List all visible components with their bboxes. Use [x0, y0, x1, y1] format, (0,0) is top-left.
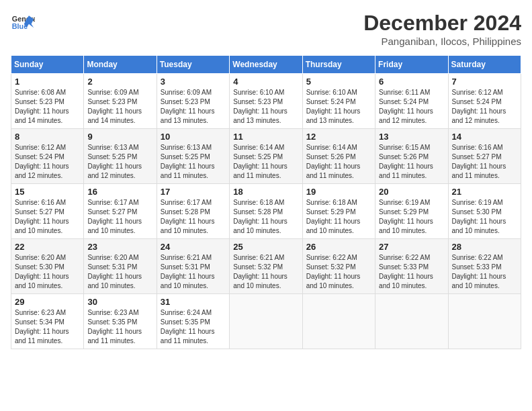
- day-number: 13: [379, 132, 444, 142]
- day-number: 1: [15, 77, 80, 87]
- day-number: 10: [161, 132, 226, 142]
- calendar-cell: 15Sunrise: 6:16 AMSunset: 5:27 PMDayligh…: [11, 184, 84, 239]
- title-section: December 2024 Panganiban, Ilocos, Philip…: [363, 11, 521, 47]
- logo: General Blue: [11, 11, 35, 35]
- calendar-row-week-4: 22Sunrise: 6:20 AMSunset: 5:30 PMDayligh…: [11, 239, 521, 294]
- calendar-cell: 3Sunrise: 6:09 AMSunset: 5:23 PMDaylight…: [157, 74, 229, 129]
- day-number: 16: [87, 187, 152, 197]
- day-info: Sunrise: 6:20 AMSunset: 5:30 PMDaylight:…: [15, 254, 69, 289]
- calendar-header-friday: Friday: [375, 56, 448, 74]
- calendar-cell: 5Sunrise: 6:10 AMSunset: 5:24 PMDaylight…: [302, 74, 375, 129]
- day-info: Sunrise: 6:15 AMSunset: 5:26 PMDaylight:…: [379, 144, 433, 179]
- day-info: Sunrise: 6:22 AMSunset: 5:32 PMDaylight:…: [306, 254, 361, 289]
- day-number: 7: [452, 77, 517, 87]
- day-info: Sunrise: 6:22 AMSunset: 5:33 PMDaylight:…: [452, 254, 506, 289]
- calendar-header-saturday: Saturday: [448, 56, 521, 74]
- day-number: 14: [452, 132, 517, 142]
- day-number: 22: [15, 242, 80, 252]
- calendar-cell: [302, 294, 375, 349]
- day-number: 17: [161, 187, 226, 197]
- day-number: 8: [15, 132, 80, 142]
- day-number: 6: [379, 77, 444, 87]
- day-info: Sunrise: 6:12 AMSunset: 5:24 PMDaylight:…: [15, 144, 69, 179]
- day-info: Sunrise: 6:21 AMSunset: 5:31 PMDaylight:…: [161, 254, 215, 289]
- calendar-cell: 24Sunrise: 6:21 AMSunset: 5:31 PMDayligh…: [157, 239, 229, 294]
- calendar-cell: [375, 294, 448, 349]
- day-info: Sunrise: 6:17 AMSunset: 5:28 PMDaylight:…: [161, 199, 215, 234]
- day-info: Sunrise: 6:17 AMSunset: 5:27 PMDaylight:…: [87, 199, 142, 234]
- day-info: Sunrise: 6:14 AMSunset: 5:26 PMDaylight:…: [306, 144, 361, 179]
- calendar-header-monday: Monday: [84, 56, 157, 74]
- day-info: Sunrise: 6:20 AMSunset: 5:31 PMDaylight:…: [87, 254, 142, 289]
- day-info: Sunrise: 6:24 AMSunset: 5:35 PMDaylight:…: [161, 309, 215, 345]
- calendar-cell: 17Sunrise: 6:17 AMSunset: 5:28 PMDayligh…: [157, 184, 229, 239]
- calendar-header-tuesday: Tuesday: [157, 56, 229, 74]
- day-info: Sunrise: 6:10 AMSunset: 5:24 PMDaylight:…: [306, 89, 361, 124]
- day-info: Sunrise: 6:16 AMSunset: 5:27 PMDaylight:…: [452, 144, 506, 179]
- calendar-cell: 28Sunrise: 6:22 AMSunset: 5:33 PMDayligh…: [448, 239, 521, 294]
- calendar-cell: 31Sunrise: 6:24 AMSunset: 5:35 PMDayligh…: [157, 294, 229, 349]
- day-number: 18: [233, 187, 298, 197]
- calendar-cell: [448, 294, 521, 349]
- day-info: Sunrise: 6:19 AMSunset: 5:29 PMDaylight:…: [379, 199, 433, 234]
- calendar-cell: 12Sunrise: 6:14 AMSunset: 5:26 PMDayligh…: [302, 129, 375, 184]
- day-number: 27: [379, 242, 444, 252]
- calendar-row-week-1: 1Sunrise: 6:08 AMSunset: 5:23 PMDaylight…: [11, 74, 521, 129]
- day-number: 29: [15, 297, 80, 307]
- calendar-cell: 23Sunrise: 6:20 AMSunset: 5:31 PMDayligh…: [84, 239, 157, 294]
- calendar-cell: 7Sunrise: 6:12 AMSunset: 5:24 PMDaylight…: [448, 74, 521, 129]
- calendar-cell: 8Sunrise: 6:12 AMSunset: 5:24 PMDaylight…: [11, 129, 84, 184]
- calendar-cell: 2Sunrise: 6:09 AMSunset: 5:23 PMDaylight…: [84, 74, 157, 129]
- calendar-cell: 22Sunrise: 6:20 AMSunset: 5:30 PMDayligh…: [11, 239, 84, 294]
- day-number: 23: [87, 242, 152, 252]
- calendar-cell: 18Sunrise: 6:18 AMSunset: 5:28 PMDayligh…: [230, 184, 302, 239]
- calendar-cell: 25Sunrise: 6:21 AMSunset: 5:32 PMDayligh…: [230, 239, 302, 294]
- calendar-cell: 30Sunrise: 6:23 AMSunset: 5:35 PMDayligh…: [84, 294, 157, 349]
- calendar-cell: 11Sunrise: 6:14 AMSunset: 5:25 PMDayligh…: [230, 129, 302, 184]
- day-number: 26: [306, 242, 371, 252]
- calendar-table: SundayMondayTuesdayWednesdayThursdayFrid…: [11, 55, 521, 349]
- day-info: Sunrise: 6:13 AMSunset: 5:25 PMDaylight:…: [87, 144, 142, 179]
- day-number: 15: [15, 187, 80, 197]
- day-info: Sunrise: 6:16 AMSunset: 5:27 PMDaylight:…: [15, 199, 69, 234]
- day-info: Sunrise: 6:09 AMSunset: 5:23 PMDaylight:…: [161, 89, 215, 124]
- location-title: Panganiban, Ilocos, Philippines: [363, 36, 521, 47]
- day-number: 24: [161, 242, 226, 252]
- calendar-cell: 29Sunrise: 6:23 AMSunset: 5:34 PMDayligh…: [11, 294, 84, 349]
- calendar-cell: 14Sunrise: 6:16 AMSunset: 5:27 PMDayligh…: [448, 129, 521, 184]
- day-number: 5: [306, 77, 371, 87]
- day-number: 3: [161, 77, 226, 87]
- calendar-header-thursday: Thursday: [302, 56, 375, 74]
- day-number: 12: [306, 132, 371, 142]
- calendar-cell: 4Sunrise: 6:10 AMSunset: 5:23 PMDaylight…: [230, 74, 302, 129]
- day-info: Sunrise: 6:14 AMSunset: 5:25 PMDaylight:…: [233, 144, 287, 179]
- calendar-cell: 19Sunrise: 6:18 AMSunset: 5:29 PMDayligh…: [302, 184, 375, 239]
- calendar-cell: 20Sunrise: 6:19 AMSunset: 5:29 PMDayligh…: [375, 184, 448, 239]
- day-number: 30: [87, 297, 152, 307]
- day-info: Sunrise: 6:19 AMSunset: 5:30 PMDaylight:…: [452, 199, 506, 234]
- calendar-cell: 27Sunrise: 6:22 AMSunset: 5:33 PMDayligh…: [375, 239, 448, 294]
- calendar-row-week-5: 29Sunrise: 6:23 AMSunset: 5:34 PMDayligh…: [11, 294, 521, 349]
- calendar-cell: 16Sunrise: 6:17 AMSunset: 5:27 PMDayligh…: [84, 184, 157, 239]
- day-number: 31: [161, 297, 226, 307]
- day-info: Sunrise: 6:18 AMSunset: 5:29 PMDaylight:…: [306, 199, 361, 234]
- day-info: Sunrise: 6:21 AMSunset: 5:32 PMDaylight:…: [233, 254, 287, 289]
- day-info: Sunrise: 6:13 AMSunset: 5:25 PMDaylight:…: [161, 144, 215, 179]
- month-title: December 2024: [363, 11, 521, 36]
- day-info: Sunrise: 6:12 AMSunset: 5:24 PMDaylight:…: [452, 89, 506, 124]
- day-number: 20: [379, 187, 444, 197]
- day-number: 25: [233, 242, 298, 252]
- calendar-cell: 6Sunrise: 6:11 AMSunset: 5:24 PMDaylight…: [375, 74, 448, 129]
- calendar-cell: 1Sunrise: 6:08 AMSunset: 5:23 PMDaylight…: [11, 74, 84, 129]
- calendar-cell: 13Sunrise: 6:15 AMSunset: 5:26 PMDayligh…: [375, 129, 448, 184]
- calendar-cell: 9Sunrise: 6:13 AMSunset: 5:25 PMDaylight…: [84, 129, 157, 184]
- day-number: 9: [87, 132, 152, 142]
- logo-icon: General Blue: [11, 11, 35, 35]
- day-info: Sunrise: 6:11 AMSunset: 5:24 PMDaylight:…: [379, 89, 433, 124]
- day-number: 4: [233, 77, 298, 87]
- calendar-header-sunday: Sunday: [11, 56, 84, 74]
- day-info: Sunrise: 6:10 AMSunset: 5:23 PMDaylight:…: [233, 89, 287, 124]
- day-number: 21: [452, 187, 517, 197]
- calendar-cell: 21Sunrise: 6:19 AMSunset: 5:30 PMDayligh…: [448, 184, 521, 239]
- calendar-header-wednesday: Wednesday: [230, 56, 302, 74]
